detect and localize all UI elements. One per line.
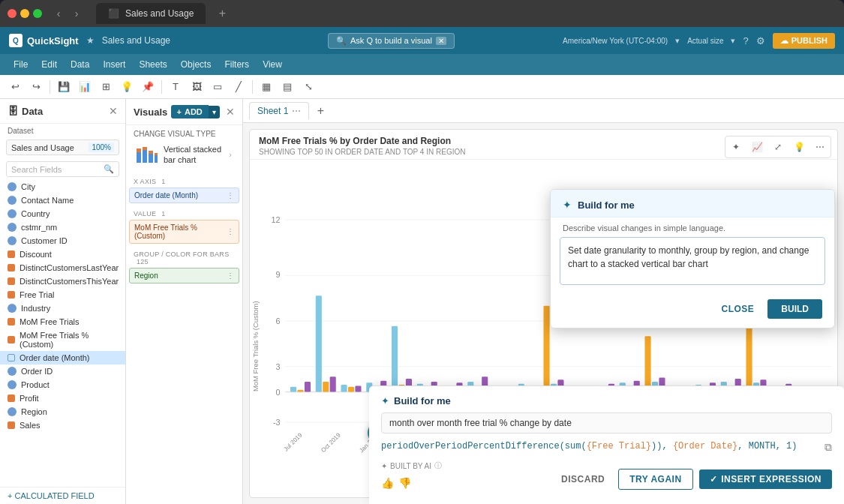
chart-tool-expand[interactable]: ⤢ (769, 138, 787, 156)
menu-view[interactable]: View (257, 57, 288, 72)
browser-tab[interactable]: ⬛ Sales and Usage (96, 3, 206, 24)
field-country[interactable]: Country (0, 207, 125, 220)
chart-tool-sparkle[interactable]: ✦ (727, 138, 745, 156)
copy-expression-btn[interactable]: ⧉ (824, 440, 832, 456)
more-options-icon2[interactable]: ⋮ (227, 227, 234, 236)
search-fields[interactable]: Search Fields 🔍 (6, 161, 119, 177)
image-btn[interactable]: 🖼 (188, 78, 206, 96)
field-mom-free-trials[interactable]: MoM Free Trials (0, 315, 125, 328)
close-fields-btn[interactable]: ✕ (109, 105, 118, 117)
more-options-icon[interactable]: ⋮ (227, 191, 234, 200)
search-placeholder: Search Fields (11, 165, 62, 174)
maximize-window-btn[interactable] (33, 9, 42, 18)
thumbs-up-btn[interactable]: 👍 (381, 477, 394, 489)
close-visuals-btn[interactable]: ✕ (226, 106, 235, 118)
publish-button[interactable]: ☁ PUBLISH (773, 33, 835, 49)
menu-sheets[interactable]: Sheets (133, 57, 173, 72)
insert-expression-btn[interactable]: ✓ INSERT EXPRESSION (699, 470, 832, 489)
sheet-1-tab[interactable]: Sheet 1 ⋯ (249, 102, 309, 119)
field-distinct-last[interactable]: DistinctCustomersLastYear (0, 261, 125, 274)
svg-rect-25 (323, 382, 329, 392)
field-profit[interactable]: Profit (0, 392, 125, 405)
insight-btn[interactable]: 💡 (118, 78, 136, 96)
new-tab-btn[interactable]: + (215, 6, 230, 21)
settings-icon[interactable]: ⚙ (756, 35, 765, 46)
annotation-btn[interactable]: 📌 (139, 78, 157, 96)
change-visual-label: CHANGE VISUAL TYPE (126, 125, 242, 140)
bottom-panel-input[interactable] (381, 412, 832, 434)
chart-tool-more[interactable]: ⋯ (811, 138, 829, 156)
svg-text:12: 12 (271, 215, 280, 224)
field-cstmr-nm[interactable]: cstmr_nm (0, 220, 125, 234)
back-btn[interactable]: ‹ (51, 6, 66, 21)
menu-filters[interactable]: Filters (218, 57, 255, 72)
dataset-selector[interactable]: Sales and Usage 100% (6, 140, 119, 155)
chevron-down-icon: ▾ (675, 36, 680, 46)
group-field[interactable]: Region ⋮ (129, 268, 239, 284)
menu-objects[interactable]: Objects (175, 57, 218, 72)
thumbs-down-btn[interactable]: 👎 (398, 477, 411, 489)
svg-rect-6 (155, 155, 158, 163)
expand-btn[interactable]: ⤡ (299, 78, 317, 96)
field-distinct-this[interactable]: DistinctCustomersThisYear (0, 274, 125, 288)
add-visual-btn[interactable]: + ADD (171, 105, 209, 118)
field-order-date[interactable]: Order date (Month) (0, 351, 125, 364)
field-customer-id[interactable]: Customer ID (0, 234, 125, 248)
field-sales[interactable]: Sales (0, 418, 125, 432)
undo-btn[interactable]: ↩ (6, 78, 24, 96)
chart-tool-insight[interactable]: 💡 (790, 138, 808, 156)
line-btn[interactable]: ╱ (230, 78, 248, 96)
chart-btn[interactable]: 📊 (76, 78, 94, 96)
visual-type-stacked-bar[interactable]: Vertical stacked bar chart › (129, 140, 239, 170)
table-btn[interactable]: ▦ (257, 78, 275, 96)
grid-btn[interactable]: ▤ (278, 78, 296, 96)
field-contact-name[interactable]: Contact Name (0, 194, 125, 207)
measure-icon (8, 250, 15, 258)
redo-btn[interactable]: ↪ (27, 78, 45, 96)
measure-icon (8, 336, 15, 344)
x-axis-field[interactable]: Order date (Month) ⋮ (129, 188, 239, 203)
more-options-icon3[interactable]: ⋮ (227, 272, 234, 280)
menu-edit[interactable]: Edit (35, 57, 63, 72)
try-again-btn[interactable]: TRY AGAIN (618, 469, 692, 490)
add-sheet-btn[interactable]: + (312, 103, 329, 119)
field-discount[interactable]: Discount (0, 248, 125, 261)
field-order-id[interactable]: Order ID (0, 364, 125, 378)
minimize-window-btn[interactable] (20, 9, 29, 18)
ask-q-button[interactable]: 🔍 Ask Q to build a visual ✕ (328, 33, 455, 49)
field-region[interactable]: Region (0, 405, 125, 418)
add-calculated-field-btn[interactable]: + CALCULATED FIELD (0, 487, 125, 504)
field-product[interactable]: Product (0, 378, 125, 392)
favorite-icon[interactable]: ★ (86, 35, 95, 46)
field-mom-free-trials-custom[interactable]: MoM Free Trials % (Custom) (0, 328, 125, 351)
sheet-tabs: Sheet 1 ⋯ + (243, 99, 844, 123)
chart-tool-trend[interactable]: 📈 (748, 138, 766, 156)
field-industry[interactable]: Industry (0, 302, 125, 315)
forward-btn[interactable]: › (69, 6, 84, 21)
built-by-ai: ✦ BUILT BY AI ⓘ (381, 460, 442, 471)
filter-btn[interactable]: ⊞ (97, 78, 115, 96)
actual-size[interactable]: Actual size (687, 37, 723, 45)
menu-file[interactable]: File (8, 57, 34, 72)
value-field[interactable]: MoM Free Trials % (Custom) ⋮ (129, 220, 239, 244)
discard-btn[interactable]: DISCARD (554, 470, 612, 489)
menu-data[interactable]: Data (65, 57, 95, 72)
build-dialog-textarea[interactable]: Set date granularity to monthly, group b… (560, 237, 825, 285)
save-btn[interactable]: 💾 (55, 78, 73, 96)
toolbar-separator3 (252, 80, 253, 94)
help-icon[interactable]: ? (743, 35, 748, 46)
shape-btn[interactable]: ▭ (209, 78, 227, 96)
build-dialog-close-btn[interactable]: CLOSE (713, 299, 761, 319)
build-dialog-actions: CLOSE BUILD (551, 293, 834, 328)
menu-insert[interactable]: Insert (97, 57, 131, 72)
close-window-btn[interactable] (8, 9, 17, 18)
measure-icon (8, 422, 15, 429)
sheet-tab-menu-icon[interactable]: ⋯ (292, 106, 301, 116)
bottom-panel-actions: DISCARD TRY AGAIN ✓ INSERT EXPRESSION (554, 469, 832, 490)
field-city[interactable]: City (0, 180, 125, 194)
build-dialog-build-btn[interactable]: BUILD (767, 299, 822, 319)
add-visual-dropdown-btn[interactable]: ▾ (209, 106, 220, 118)
dimension-icon (8, 407, 17, 416)
text-btn[interactable]: T (167, 78, 185, 96)
field-free-trial[interactable]: Free Trial (0, 288, 125, 302)
